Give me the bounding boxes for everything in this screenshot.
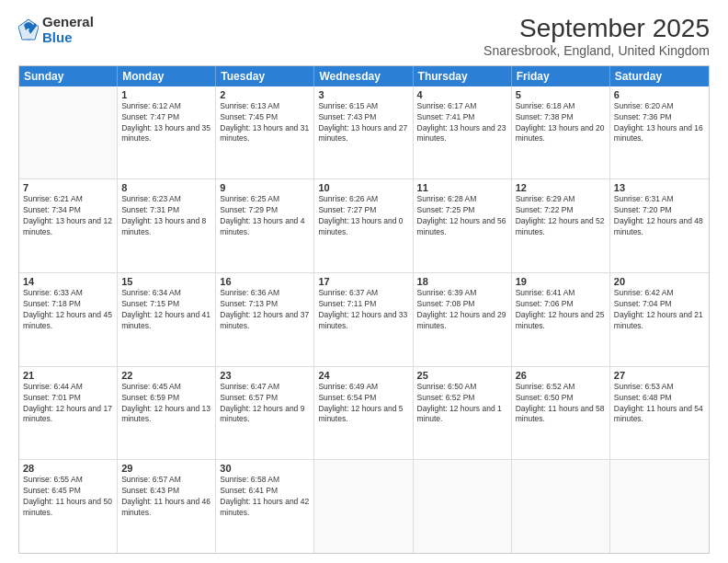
sunset-text: Sunset: 7:15 PM <box>121 299 211 310</box>
day-number: 27 <box>614 370 705 381</box>
sunset-text: Sunset: 6:54 PM <box>318 393 408 404</box>
sunset-text: Sunset: 7:08 PM <box>417 299 507 310</box>
sunrise-text: Sunrise: 6:23 AM <box>121 194 211 205</box>
sunrise-text: Sunrise: 6:57 AM <box>121 475 211 486</box>
day-number: 4 <box>417 89 507 100</box>
sunrise-text: Sunrise: 6:25 AM <box>220 194 310 205</box>
sunset-text: Sunset: 7:47 PM <box>121 112 211 123</box>
calendar-week-1: 1 Sunrise: 6:12 AM Sunset: 7:47 PM Dayli… <box>19 86 709 180</box>
daylight-text: Daylight: 13 hours and 8 minutes. <box>121 216 211 238</box>
sunrise-text: Sunrise: 6:18 AM <box>516 101 606 112</box>
daylight-text: Daylight: 12 hours and 56 minutes. <box>417 216 507 238</box>
day-number: 18 <box>417 276 507 287</box>
day-number: 25 <box>417 370 507 381</box>
cal-cell-4-3: 23 Sunrise: 6:47 AM Sunset: 6:57 PM Dayl… <box>216 367 314 460</box>
sunrise-text: Sunrise: 6:55 AM <box>23 475 113 486</box>
logo-text: General Blue <box>42 15 94 45</box>
calendar-week-2: 7 Sunrise: 6:21 AM Sunset: 7:34 PM Dayli… <box>19 179 709 273</box>
cal-cell-2-4: 10 Sunrise: 6:26 AM Sunset: 7:27 PM Dayl… <box>314 179 413 272</box>
cal-cell-1-1 <box>19 86 118 179</box>
cal-cell-2-3: 9 Sunrise: 6:25 AM Sunset: 7:29 PM Dayli… <box>216 179 314 272</box>
sunset-text: Sunset: 7:43 PM <box>318 112 408 123</box>
day-number: 10 <box>318 182 408 193</box>
calendar-week-5: 28 Sunrise: 6:55 AM Sunset: 6:45 PM Dayl… <box>19 460 709 553</box>
daylight-text: Daylight: 13 hours and 16 minutes. <box>614 123 705 145</box>
sunset-text: Sunset: 7:06 PM <box>516 299 606 310</box>
header-tuesday: Tuesday <box>216 66 314 86</box>
daylight-text: Daylight: 11 hours and 58 minutes. <box>516 404 606 426</box>
sunrise-text: Sunrise: 6:47 AM <box>220 382 310 393</box>
day-number: 7 <box>23 182 113 193</box>
sunrise-text: Sunrise: 6:45 AM <box>121 382 211 393</box>
sunset-text: Sunset: 6:43 PM <box>121 486 211 497</box>
daylight-text: Daylight: 13 hours and 31 minutes. <box>220 123 310 145</box>
day-number: 12 <box>516 182 606 193</box>
daylight-text: Daylight: 12 hours and 5 minutes. <box>318 404 408 426</box>
daylight-text: Daylight: 11 hours and 50 minutes. <box>23 497 113 519</box>
day-number: 24 <box>318 370 408 381</box>
cal-cell-5-5 <box>414 460 512 553</box>
day-number: 9 <box>220 182 310 193</box>
sunset-text: Sunset: 6:57 PM <box>220 393 310 404</box>
sunrise-text: Sunrise: 6:29 AM <box>516 194 606 205</box>
day-number: 20 <box>614 276 705 287</box>
daylight-text: Daylight: 13 hours and 27 minutes. <box>318 123 408 145</box>
sunrise-text: Sunrise: 6:21 AM <box>23 194 113 205</box>
day-number: 11 <box>417 182 507 193</box>
header: General Blue September 2025 Snaresbrook,… <box>18 15 710 58</box>
sunset-text: Sunset: 7:31 PM <box>121 205 211 216</box>
header-saturday: Saturday <box>610 66 709 86</box>
calendar-body: 1 Sunrise: 6:12 AM Sunset: 7:47 PM Dayli… <box>19 86 709 553</box>
daylight-text: Daylight: 13 hours and 4 minutes. <box>220 216 310 238</box>
sunrise-text: Sunrise: 6:28 AM <box>417 194 507 205</box>
calendar: Sunday Monday Tuesday Wednesday Thursday… <box>18 65 710 554</box>
daylight-text: Daylight: 13 hours and 0 minutes. <box>318 216 408 238</box>
cal-cell-2-2: 8 Sunrise: 6:23 AM Sunset: 7:31 PM Dayli… <box>118 179 216 272</box>
title-block: September 2025 Snaresbrook, England, Uni… <box>483 15 710 58</box>
sunset-text: Sunset: 7:04 PM <box>614 299 705 310</box>
cal-cell-3-6: 19 Sunrise: 6:41 AM Sunset: 7:06 PM Dayl… <box>512 273 610 366</box>
cal-cell-4-1: 21 Sunrise: 6:44 AM Sunset: 7:01 PM Dayl… <box>19 367 118 460</box>
daylight-text: Daylight: 12 hours and 41 minutes. <box>121 310 211 332</box>
cal-cell-4-6: 26 Sunrise: 6:52 AM Sunset: 6:50 PM Dayl… <box>512 367 610 460</box>
cal-cell-3-4: 17 Sunrise: 6:37 AM Sunset: 7:11 PM Dayl… <box>314 273 413 366</box>
cal-cell-3-1: 14 Sunrise: 6:33 AM Sunset: 7:18 PM Dayl… <box>19 273 118 366</box>
sunrise-text: Sunrise: 6:50 AM <box>417 382 507 393</box>
day-number: 26 <box>516 370 606 381</box>
day-number: 2 <box>220 89 310 100</box>
daylight-text: Daylight: 12 hours and 29 minutes. <box>417 310 507 332</box>
cal-cell-5-6 <box>512 460 610 553</box>
cal-cell-1-2: 1 Sunrise: 6:12 AM Sunset: 7:47 PM Dayli… <box>118 86 216 179</box>
sunrise-text: Sunrise: 6:12 AM <box>121 101 211 112</box>
cal-cell-1-6: 5 Sunrise: 6:18 AM Sunset: 7:38 PM Dayli… <box>512 86 610 179</box>
header-sunday: Sunday <box>19 66 118 86</box>
day-number: 8 <box>121 182 211 193</box>
cal-cell-4-2: 22 Sunrise: 6:45 AM Sunset: 6:59 PM Dayl… <box>118 367 216 460</box>
sunrise-text: Sunrise: 6:33 AM <box>23 288 113 299</box>
sunset-text: Sunset: 6:52 PM <box>417 393 507 404</box>
daylight-text: Daylight: 11 hours and 54 minutes. <box>614 404 705 426</box>
cal-cell-2-5: 11 Sunrise: 6:28 AM Sunset: 7:25 PM Dayl… <box>414 179 512 272</box>
cal-cell-3-5: 18 Sunrise: 6:39 AM Sunset: 7:08 PM Dayl… <box>414 273 512 366</box>
daylight-text: Daylight: 11 hours and 46 minutes. <box>121 497 211 519</box>
day-number: 1 <box>121 89 211 100</box>
daylight-text: Daylight: 12 hours and 45 minutes. <box>23 310 113 332</box>
day-number: 30 <box>220 463 310 474</box>
cal-cell-1-4: 3 Sunrise: 6:15 AM Sunset: 7:43 PM Dayli… <box>314 86 413 179</box>
cal-cell-3-2: 15 Sunrise: 6:34 AM Sunset: 7:15 PM Dayl… <box>118 273 216 366</box>
cal-cell-4-5: 25 Sunrise: 6:50 AM Sunset: 6:52 PM Dayl… <box>414 367 512 460</box>
daylight-text: Daylight: 12 hours and 33 minutes. <box>318 310 408 332</box>
day-number: 22 <box>121 370 211 381</box>
subtitle: Snaresbrook, England, United Kingdom <box>483 43 710 58</box>
sunrise-text: Sunrise: 6:34 AM <box>121 288 211 299</box>
sunrise-text: Sunrise: 6:20 AM <box>614 101 705 112</box>
header-wednesday: Wednesday <box>314 66 413 86</box>
sunrise-text: Sunrise: 6:39 AM <box>417 288 507 299</box>
sunset-text: Sunset: 6:59 PM <box>121 393 211 404</box>
daylight-text: Daylight: 12 hours and 52 minutes. <box>516 216 606 238</box>
sunset-text: Sunset: 7:41 PM <box>417 112 507 123</box>
cal-cell-5-2: 29 Sunrise: 6:57 AM Sunset: 6:43 PM Dayl… <box>118 460 216 553</box>
cal-cell-4-4: 24 Sunrise: 6:49 AM Sunset: 6:54 PM Dayl… <box>314 367 413 460</box>
logo-blue-text: Blue <box>42 30 94 46</box>
sunset-text: Sunset: 7:29 PM <box>220 205 310 216</box>
